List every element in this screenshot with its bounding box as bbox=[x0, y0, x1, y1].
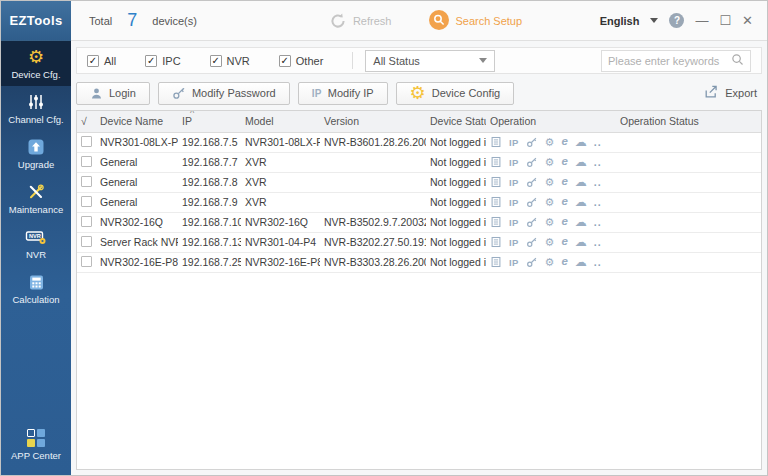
password-key-icon[interactable] bbox=[526, 136, 538, 148]
cloud-icon[interactable]: ☁ bbox=[575, 176, 587, 188]
browser-icon[interactable]: e bbox=[561, 216, 567, 228]
filter-checkbox-other[interactable]: ✓Other bbox=[279, 55, 324, 67]
device-count: 7 bbox=[127, 10, 137, 31]
cloud-icon[interactable]: ☁ bbox=[575, 216, 587, 228]
help-icon[interactable]: ? bbox=[669, 13, 684, 28]
chevron-down-icon[interactable] bbox=[650, 18, 658, 23]
modify-ip-icon[interactable]: IP bbox=[509, 257, 519, 268]
operation-status bbox=[616, 212, 761, 232]
modify-ip-icon[interactable]: IP bbox=[509, 157, 519, 168]
password-key-icon[interactable] bbox=[526, 256, 538, 268]
modify-ip-icon[interactable]: IP bbox=[509, 217, 519, 228]
modify-ip-icon[interactable]: IP bbox=[509, 137, 519, 148]
detail-icon[interactable] bbox=[490, 156, 502, 168]
password-key-icon[interactable] bbox=[526, 176, 538, 188]
column-header-operation[interactable]: Operation bbox=[486, 111, 616, 132]
sidebar-item-maintenance[interactable]: Maintenance bbox=[1, 176, 71, 221]
divider bbox=[352, 52, 353, 69]
gear-icon: ⚙ bbox=[410, 84, 426, 102]
row-checkbox[interactable] bbox=[81, 236, 92, 247]
row-checkbox[interactable] bbox=[81, 136, 92, 147]
sidebar-item-device-cfg[interactable]: ⚙Device Cfg. bbox=[1, 41, 71, 86]
filter-checkbox-all[interactable]: ✓All bbox=[87, 55, 116, 67]
browser-icon[interactable]: e bbox=[561, 156, 567, 168]
device-status: Not logged in bbox=[426, 232, 486, 252]
sidebar-item-upgrade[interactable]: Upgrade bbox=[1, 131, 71, 176]
column-header-ip[interactable]: IP^ bbox=[178, 111, 241, 132]
config-gear-icon[interactable]: ⚙ bbox=[545, 237, 555, 248]
browser-icon[interactable]: e bbox=[561, 196, 567, 208]
more-icon[interactable]: .. bbox=[594, 236, 602, 248]
cloud-icon[interactable]: ☁ bbox=[575, 256, 587, 268]
config-gear-icon[interactable]: ⚙ bbox=[545, 197, 555, 208]
modify-password-button[interactable]: Modify Password bbox=[158, 82, 290, 105]
minimize-button[interactable]: — bbox=[695, 14, 708, 27]
config-gear-icon[interactable]: ⚙ bbox=[545, 217, 555, 228]
more-icon[interactable]: .. bbox=[594, 196, 602, 208]
column-header-device-name[interactable]: Device Name bbox=[96, 111, 178, 132]
search-input[interactable] bbox=[608, 55, 731, 67]
column-header-device-status[interactable]: Device Status bbox=[426, 111, 486, 132]
row-checkbox[interactable] bbox=[81, 176, 92, 187]
sidebar-item-label: Upgrade bbox=[18, 159, 54, 170]
login-button[interactable]: Login bbox=[76, 82, 150, 105]
browser-icon[interactable]: e bbox=[561, 256, 567, 268]
language-selector[interactable]: English bbox=[600, 15, 640, 27]
more-icon[interactable]: .. bbox=[594, 136, 602, 148]
browser-icon[interactable]: e bbox=[561, 136, 567, 148]
detail-icon[interactable] bbox=[490, 196, 502, 208]
password-key-icon[interactable] bbox=[526, 236, 538, 248]
sidebar-item-nvr[interactable]: NVRNVR bbox=[1, 221, 71, 266]
config-gear-icon[interactable]: ⚙ bbox=[545, 157, 555, 168]
filter-checkbox-nvr[interactable]: ✓NVR bbox=[210, 55, 250, 67]
modify-ip-icon[interactable]: IP bbox=[509, 197, 519, 208]
column-header-model[interactable]: Model bbox=[241, 111, 320, 132]
cloud-icon[interactable]: ☁ bbox=[575, 156, 587, 168]
status-dropdown[interactable]: All Status bbox=[365, 50, 495, 72]
config-gear-icon[interactable]: ⚙ bbox=[545, 137, 555, 148]
modify-ip-button[interactable]: IPModify IP bbox=[298, 82, 388, 105]
more-icon[interactable]: .. bbox=[594, 156, 602, 168]
sidebar-item-channel-cfg[interactable]: Channel Cfg. bbox=[1, 86, 71, 131]
modify-ip-icon[interactable]: IP bbox=[509, 237, 519, 248]
row-checkbox[interactable] bbox=[81, 156, 92, 167]
detail-icon[interactable] bbox=[490, 176, 502, 188]
browser-icon[interactable]: e bbox=[561, 236, 567, 248]
detail-icon[interactable] bbox=[490, 216, 502, 228]
row-checkbox[interactable] bbox=[81, 196, 92, 207]
device-config-button[interactable]: ⚙Device Config bbox=[396, 82, 515, 105]
sidebar-item-calculation[interactable]: Calculation bbox=[1, 266, 71, 311]
filter-checkbox-ipc[interactable]: ✓IPC bbox=[145, 55, 180, 67]
row-checkbox[interactable] bbox=[81, 256, 92, 267]
close-button[interactable]: ✕ bbox=[742, 14, 753, 27]
modify-ip-icon[interactable]: IP bbox=[509, 177, 519, 188]
more-icon[interactable]: .. bbox=[594, 176, 602, 188]
config-gear-icon[interactable]: ⚙ bbox=[545, 257, 555, 268]
row-checkbox[interactable] bbox=[81, 216, 92, 227]
filter-checkbox-label: All bbox=[104, 55, 116, 67]
detail-icon[interactable] bbox=[490, 236, 502, 248]
filter-bar: ✓All✓IPC✓NVR✓Other All Status bbox=[76, 47, 762, 74]
sidebar-item-app-center[interactable]: APP Center bbox=[1, 422, 71, 467]
column-header-version[interactable]: Version bbox=[320, 111, 426, 132]
cloud-icon[interactable]: ☁ bbox=[575, 236, 587, 248]
password-key-icon[interactable] bbox=[526, 216, 538, 228]
password-key-icon[interactable] bbox=[526, 156, 538, 168]
config-gear-icon[interactable]: ⚙ bbox=[545, 177, 555, 188]
device-status: Not logged in bbox=[426, 192, 486, 212]
more-icon[interactable]: .. bbox=[594, 216, 602, 228]
more-icon[interactable]: .. bbox=[594, 256, 602, 268]
browser-icon[interactable]: e bbox=[561, 176, 567, 188]
refresh-button[interactable]: Refresh bbox=[329, 12, 392, 30]
search-setup-button[interactable]: Search Setup bbox=[429, 10, 522, 32]
device-ip: 192.168.7.8 bbox=[178, 172, 241, 192]
password-key-icon[interactable] bbox=[526, 196, 538, 208]
cloud-icon[interactable]: ☁ bbox=[575, 136, 587, 148]
detail-icon[interactable] bbox=[490, 136, 502, 148]
detail-icon[interactable] bbox=[490, 256, 502, 268]
column-header-check[interactable]: √ bbox=[77, 111, 96, 132]
column-header-operation-status[interactable]: Operation Status bbox=[616, 111, 761, 132]
cloud-icon[interactable]: ☁ bbox=[575, 196, 587, 208]
maximize-button[interactable]: ☐ bbox=[719, 14, 731, 27]
export-button[interactable]: Export bbox=[703, 84, 762, 102]
